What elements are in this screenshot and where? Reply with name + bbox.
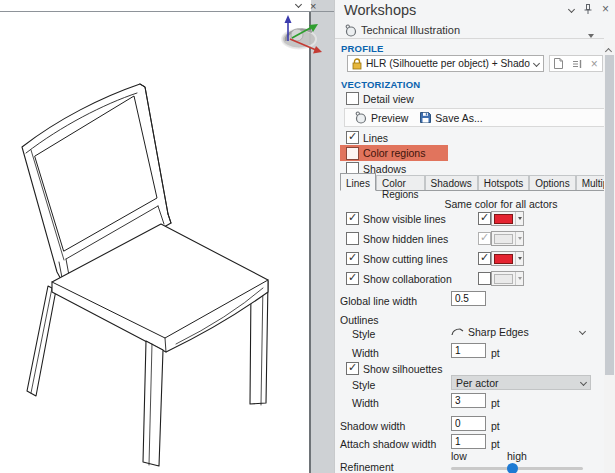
global-line-width-input[interactable]: [451, 291, 486, 306]
vectorization-header: VECTORIZATION: [341, 79, 420, 90]
collaboration-color-swatch: [491, 271, 524, 286]
workshop-selector[interactable]: Technical Illustration: [335, 21, 604, 39]
show-visible-lines-checkbox[interactable]: [346, 212, 359, 225]
profile-selected-value: HLR (Silhouette per object) + Shadows: [366, 58, 530, 69]
hidden-color-swatch: [491, 231, 524, 246]
lines-checkbox[interactable]: [346, 131, 359, 144]
show-collaboration-checkbox[interactable]: [346, 272, 359, 285]
show-silhouettes-checkbox[interactable]: [346, 362, 359, 375]
show-hidden-lines-checkbox[interactable]: [346, 232, 359, 245]
show-cutting-lines-checkbox[interactable]: [346, 252, 359, 265]
detail-view-checkbox[interactable]: [346, 92, 359, 105]
viewport-menu-icon[interactable]: [295, 1, 302, 8]
composer-window: × Workshops ×: [0, 0, 615, 473]
hidden-color-value: [494, 234, 513, 244]
show-silhouettes-label: Show silhouettes: [363, 363, 442, 375]
silhouette-width-unit: pt: [491, 397, 500, 409]
panel-close-icon[interactable]: ×: [602, 4, 609, 14]
profile-combobox[interactable]: HLR (Silhouette per object) + Shadows: [347, 55, 544, 72]
attach-shadow-width-input[interactable]: [451, 434, 486, 449]
cutting-color-dropdown-icon[interactable]: [518, 257, 522, 260]
visible-color-dropdown-icon[interactable]: [518, 217, 522, 220]
save-icon: [420, 112, 431, 123]
collaboration-color-value: [494, 274, 513, 284]
show-hidden-lines-row[interactable]: Show hidden lines: [346, 232, 448, 245]
shadow-width-input[interactable]: [451, 416, 486, 431]
outline-width-label: Width: [352, 347, 379, 359]
preview-button[interactable]: Preview: [351, 109, 411, 126]
tab-color-regions[interactable]: Color Regions: [376, 175, 425, 190]
pane-gutter: [311, 0, 334, 473]
refinement-slider[interactable]: [451, 467, 583, 470]
silhouette-style-chevron-icon[interactable]: [580, 379, 587, 386]
workshop-dropdown-icon[interactable]: [588, 34, 594, 38]
outline-style-value: Sharp Edges: [468, 326, 576, 338]
outline-width-input[interactable]: [451, 343, 486, 358]
panel-scrollbar[interactable]: [604, 40, 615, 473]
tab-hotspots[interactable]: Hotspots: [478, 175, 529, 190]
refinement-label: Refinement: [340, 461, 394, 473]
refinement-low-label: low: [451, 450, 467, 462]
pane-divider[interactable]: [309, 11, 311, 473]
delete-profile-icon[interactable]: ×: [591, 59, 598, 69]
tab-shadows[interactable]: Shadows: [425, 175, 478, 190]
shadow-width-unit: pt: [491, 420, 500, 432]
rename-profile-icon[interactable]: [572, 59, 582, 69]
silhouette-style-dropdown[interactable]: Per actor: [451, 375, 591, 390]
show-cutting-lines-row[interactable]: Show cutting lines: [346, 252, 448, 265]
lock-icon: [352, 58, 362, 70]
scrollbar-up-icon[interactable]: [605, 48, 612, 55]
visible-same-color-checkbox[interactable]: [478, 212, 491, 225]
refinement-slider-handle[interactable]: [507, 463, 518, 473]
show-visible-lines-label: Show visible lines: [363, 213, 446, 225]
show-silhouettes-row[interactable]: Show silhouettes: [346, 362, 442, 375]
preview-icon: [354, 111, 367, 124]
lines-label: Lines: [363, 132, 388, 144]
show-visible-lines-row[interactable]: Show visible lines: [346, 212, 446, 225]
color-regions-label: Color regions: [363, 147, 425, 159]
visible-color-swatch[interactable]: [491, 211, 524, 226]
orientation-gizmo[interactable]: [276, 8, 324, 54]
save-as-button[interactable]: Save As...: [417, 109, 485, 126]
collaboration-same-color-checkbox[interactable]: [478, 272, 491, 285]
chair-line-drawing: [0, 0, 309, 473]
outline-style-dropdown[interactable]: Sharp Edges: [451, 324, 591, 339]
vectorization-toolbar: Preview Save As...: [344, 108, 605, 127]
panel-title: Workshops: [344, 2, 416, 18]
workshops-panel: Workshops × Technical Illustration PROFI…: [334, 0, 615, 473]
detail-view-label: Detail view: [363, 93, 414, 105]
show-collaboration-row[interactable]: Show collaboration: [346, 272, 452, 285]
color-regions-checkbox[interactable]: [346, 147, 359, 160]
tab-lines[interactable]: Lines: [340, 173, 376, 191]
hidden-same-color-checkbox: [478, 232, 491, 245]
silhouette-style-label: Style: [352, 379, 375, 391]
attach-shadow-width-label: Attach shadow width: [340, 438, 436, 450]
silhouette-style-value: Per actor: [456, 377, 581, 389]
color-regions-highlight[interactable]: Color regions: [340, 145, 448, 161]
new-profile-icon[interactable]: [554, 58, 563, 69]
silhouette-width-input[interactable]: [451, 393, 486, 408]
scrollbar-thumb[interactable]: [605, 55, 614, 375]
attach-shadow-width-unit: pt: [491, 438, 500, 450]
visible-color-value: [494, 214, 513, 224]
same-color-header: Same color for all actors: [431, 198, 571, 210]
outline-style-chevron-icon[interactable]: [579, 328, 586, 335]
show-collaboration-label: Show collaboration: [363, 273, 452, 285]
pin-icon[interactable]: [584, 4, 592, 14]
cutting-color-value: [494, 254, 513, 264]
global-line-width-label: Global line width: [340, 295, 417, 307]
profile-dropdown-icon[interactable]: [533, 60, 540, 67]
sharp-edges-icon: [451, 327, 464, 337]
lines-checkbox-row[interactable]: Lines: [346, 131, 388, 144]
detail-view-checkbox-row[interactable]: Detail view: [346, 92, 414, 105]
collaboration-color-dropdown-icon: [518, 277, 522, 280]
outline-style-label: Style: [352, 328, 375, 340]
panel-menu-icon[interactable]: [568, 5, 575, 12]
3d-viewport[interactable]: [0, 0, 309, 473]
silhouette-width-label: Width: [352, 397, 379, 409]
hidden-color-dropdown-icon: [518, 237, 522, 240]
workshop-icon: [344, 24, 357, 37]
tab-options[interactable]: Options: [529, 175, 575, 190]
cutting-color-swatch[interactable]: [491, 251, 524, 266]
cutting-same-color-checkbox[interactable]: [478, 252, 491, 265]
